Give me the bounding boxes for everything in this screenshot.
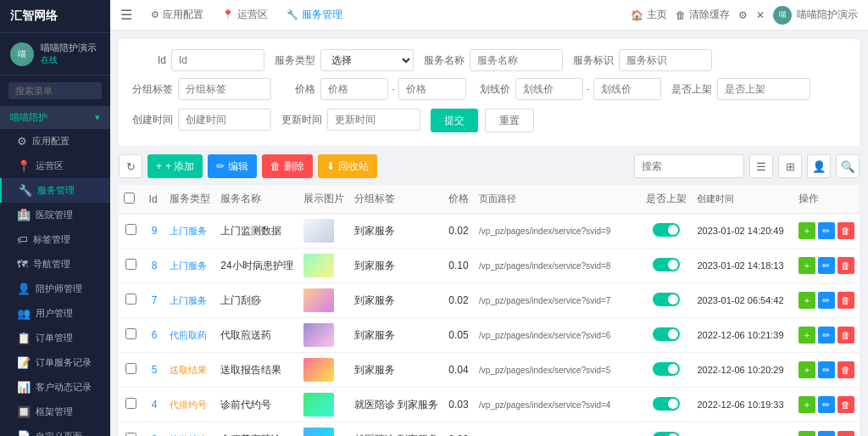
update-time-input[interactable] xyxy=(327,109,420,131)
row-add-button[interactable]: + xyxy=(798,222,815,239)
id-link[interactable]: 7 xyxy=(152,294,158,306)
row-add-button[interactable]: + xyxy=(798,292,815,309)
row-delete-button[interactable]: 🗑 xyxy=(837,257,854,274)
status-toggle[interactable] xyxy=(653,258,680,271)
home-button[interactable]: 🏠 主页 xyxy=(631,8,667,22)
id-link[interactable]: 8 xyxy=(152,260,158,271)
sidebar-item-nav[interactable]: 🗺 导航管理 xyxy=(0,252,110,277)
row-add-button[interactable]: + xyxy=(798,361,815,378)
status-toggle[interactable] xyxy=(653,432,680,437)
sidebar-search-input[interactable] xyxy=(8,82,102,99)
row-edit-button[interactable]: ✏ xyxy=(818,257,835,274)
table-view-grid-button[interactable]: ⊞ xyxy=(778,154,802,178)
service-type-select[interactable]: 选择 xyxy=(320,49,414,71)
row-delete-button[interactable]: 🗑 xyxy=(837,361,854,378)
cut-price-to-input[interactable] xyxy=(593,78,661,100)
row-add-button[interactable]: + xyxy=(798,396,815,413)
row-select-checkbox[interactable] xyxy=(125,398,136,409)
filter-split-tag: 分组标签 xyxy=(132,78,271,100)
sidebar-item-user[interactable]: 👥 用户管理 xyxy=(0,301,110,326)
sidebar-item-hospital[interactable]: 🏥 医院管理 xyxy=(0,203,110,227)
row-add-button[interactable]: + xyxy=(798,431,815,436)
add-button[interactable]: + + 添加 xyxy=(147,154,203,178)
row-delete-button[interactable]: 🗑 xyxy=(837,431,854,436)
type-tag[interactable]: 代煎取药 xyxy=(170,330,207,340)
sidebar-item-visit[interactable]: 📍 运营区 xyxy=(0,154,110,178)
submit-button[interactable]: 提交 xyxy=(431,109,478,132)
nav-tab-visit[interactable]: 📍 运营区 xyxy=(214,4,276,25)
sidebar-item-nurse[interactable]: 👤 陪护师管理 xyxy=(0,277,110,301)
settings-button[interactable]: ⚙ xyxy=(738,9,748,21)
row-edit-button[interactable]: ✏ xyxy=(818,292,835,309)
sidebar-item-tag[interactable]: 🏷 标签管理 xyxy=(0,227,110,252)
type-tag[interactable]: 代排约号 xyxy=(170,400,207,410)
sidebar-item-order[interactable]: 📋 订单管理 xyxy=(0,326,110,350)
sidebar-item-customer[interactable]: 📊 客户动态记录 xyxy=(0,375,110,400)
row-delete-button[interactable]: 🗑 xyxy=(837,396,854,413)
price-from-input[interactable] xyxy=(320,78,388,100)
type-tag[interactable]: 送取结果 xyxy=(170,365,207,375)
type-tag[interactable]: 上门服务 xyxy=(170,260,207,271)
type-tag[interactable]: 上门服务 xyxy=(170,226,207,236)
row-delete-button[interactable]: 🗑 xyxy=(837,292,854,309)
nav-tab-service[interactable]: 🔧 服务管理 xyxy=(278,4,351,25)
status-toggle[interactable] xyxy=(653,362,680,376)
row-edit-button[interactable]: ✏ xyxy=(818,327,835,344)
sidebar-item-process[interactable]: 🔲 框架管理 xyxy=(0,400,110,424)
sidebar-section-huhu[interactable]: 喵喵陪护 ▾ xyxy=(0,106,110,129)
navbar: ☰ ⚙ 应用配置 📍 运营区 🔧 服务管理 🏠 主页 xyxy=(110,0,868,31)
recycle-button[interactable]: ⬇ 回收站 xyxy=(318,154,377,178)
navbar-user[interactable]: 喵 喵喵陪护演示 xyxy=(773,6,858,25)
row-edit-button[interactable]: ✏ xyxy=(818,361,835,378)
nav-tab-app[interactable]: ⚙ 应用配置 xyxy=(142,4,212,25)
row-delete-button[interactable]: 🗑 xyxy=(837,222,854,239)
sidebar-item-order-log[interactable]: 📝 订单服务记录 xyxy=(0,350,110,375)
price-to-input[interactable] xyxy=(398,78,466,100)
row-select-checkbox[interactable] xyxy=(125,328,136,339)
create-time-input[interactable] xyxy=(178,109,271,131)
column-settings-button[interactable]: 👤 xyxy=(807,154,831,178)
reset-button[interactable]: 重置 xyxy=(485,109,534,132)
shelf-input[interactable] xyxy=(717,78,810,100)
edit-button[interactable]: ✏ 编辑 xyxy=(208,154,257,178)
table-search-button[interactable]: 🔍 xyxy=(836,154,860,178)
close-button[interactable]: ✕ xyxy=(756,9,765,21)
service-name-input[interactable] xyxy=(470,49,563,71)
id-link[interactable]: 9 xyxy=(152,225,158,237)
split-tag-input[interactable] xyxy=(178,78,271,100)
row-edit-button[interactable]: ✏ xyxy=(818,396,835,413)
menu-toggle-button[interactable]: ☰ xyxy=(120,7,132,23)
table-view-list-button[interactable]: ☰ xyxy=(749,154,773,178)
row-edit-button[interactable]: ✏ xyxy=(818,431,835,436)
service-tag-input[interactable] xyxy=(619,49,712,71)
type-tag[interactable]: 上门服务 xyxy=(170,295,207,305)
row-select-checkbox[interactable] xyxy=(125,363,136,374)
sidebar-item-service[interactable]: 🔧 服务管理 xyxy=(0,178,110,203)
id-link[interactable]: 5 xyxy=(152,364,158,376)
row-select-checkbox[interactable] xyxy=(125,224,136,235)
status-toggle[interactable] xyxy=(653,223,680,237)
id-input[interactable] xyxy=(171,49,264,71)
select-all-checkbox[interactable] xyxy=(124,193,135,204)
id-link[interactable]: 4 xyxy=(152,399,158,411)
refresh-button[interactable]: ↻ xyxy=(119,154,142,178)
id-link[interactable]: 6 xyxy=(152,329,158,341)
row-select-checkbox[interactable] xyxy=(125,259,136,270)
row-select-checkbox[interactable] xyxy=(125,293,136,305)
clear-cache-button[interactable]: 🗑 清除缓存 xyxy=(676,8,730,22)
cut-price-from-input[interactable] xyxy=(515,78,583,100)
sidebar-item-custom[interactable]: 📄 自定义页面 xyxy=(0,424,110,436)
row-select-checkbox[interactable] xyxy=(125,433,136,436)
status-toggle[interactable] xyxy=(653,397,680,411)
sidebar-item-app[interactable]: ⚙ 应用配置 xyxy=(0,129,110,154)
row-edit-button[interactable]: ✏ xyxy=(818,222,835,239)
status-toggle[interactable] xyxy=(653,293,680,306)
row-status xyxy=(641,318,692,353)
row-add-button[interactable]: + xyxy=(798,327,815,344)
row-add-button[interactable]: + xyxy=(798,257,815,274)
search-input[interactable] xyxy=(634,154,744,178)
row-delete-button[interactable]: 🗑 xyxy=(837,327,854,344)
row-ops: + ✏ 🗑 xyxy=(793,318,860,353)
status-toggle[interactable] xyxy=(653,327,680,341)
delete-button[interactable]: 🗑 删除 xyxy=(262,154,313,178)
